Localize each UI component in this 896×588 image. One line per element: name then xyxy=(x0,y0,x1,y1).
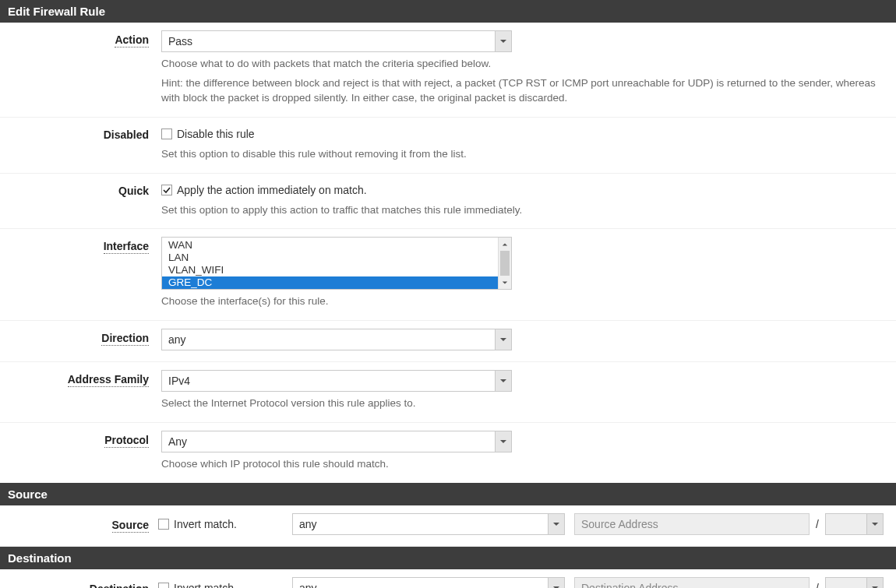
address-family-select[interactable] xyxy=(161,370,512,392)
disabled-checkbox-label: Disable this rule xyxy=(177,128,255,140)
disabled-checkbox[interactable] xyxy=(161,129,172,139)
protocol-select[interactable] xyxy=(161,431,512,452)
source-mask-select-value[interactable] xyxy=(825,513,884,535)
label-quick: Quick xyxy=(118,185,149,198)
panel-header-destination: Destination xyxy=(0,547,896,569)
source-invert-checkbox[interactable] xyxy=(158,519,169,530)
interface-help: Choose the interface(s) for this rule. xyxy=(161,294,884,309)
row-disabled: Disabled Disable this rule Set this opti… xyxy=(0,118,896,174)
panel-header-edit-rule: Edit Firewall Rule xyxy=(0,0,896,23)
quick-help: Set this option to apply this action to … xyxy=(161,203,884,218)
source-type-select[interactable] xyxy=(292,513,565,535)
destination-address-input[interactable] xyxy=(574,577,810,588)
source-mask-separator: / xyxy=(813,518,822,530)
row-interface: Interface WAN LAN VLAN_WIFI GRE_DC Choos… xyxy=(0,229,896,321)
label-direction: Direction xyxy=(101,332,149,346)
address-family-help: Select the Internet Protocol version thi… xyxy=(161,396,884,411)
label-protocol: Protocol xyxy=(104,434,149,448)
interface-multiselect[interactable]: WAN LAN VLAN_WIFI GRE_DC xyxy=(161,237,512,290)
action-select-value[interactable] xyxy=(161,30,512,52)
row-action: Action Choose what to do with packets th… xyxy=(0,23,896,118)
row-address-family: Address Family Select the Internet Proto… xyxy=(0,362,896,423)
label-interface: Interface xyxy=(104,240,149,254)
interface-option-lan[interactable]: LAN xyxy=(162,252,511,264)
label-action: Action xyxy=(115,33,149,48)
destination-invert-checkbox[interactable] xyxy=(158,583,169,588)
destination-type-select-value[interactable] xyxy=(292,577,565,588)
action-help-2: Hint: the difference between block and r… xyxy=(161,76,884,106)
label-destination: Destination xyxy=(90,583,149,588)
quick-checkbox[interactable] xyxy=(161,185,172,195)
action-help-1: Choose what to do with packets that matc… xyxy=(161,57,884,72)
destination-mask-select-value[interactable] xyxy=(825,577,884,588)
label-disabled: Disabled xyxy=(104,129,149,142)
chevron-up-icon[interactable] xyxy=(499,238,511,251)
source-mask-select[interactable] xyxy=(825,513,884,535)
direction-select-value[interactable] xyxy=(161,329,512,350)
source-invert-label: Invert match. xyxy=(174,518,237,530)
protocol-select-value[interactable] xyxy=(161,431,512,452)
source-type-select-value[interactable] xyxy=(292,513,565,535)
quick-checkbox-label: Apply the action immediately on match. xyxy=(177,184,367,196)
protocol-help: Choose which IP protocol this rule shoul… xyxy=(161,457,884,472)
destination-mask-separator: / xyxy=(813,582,822,588)
row-quick: Quick Apply the action immediately on ma… xyxy=(0,174,896,230)
direction-select[interactable] xyxy=(161,329,512,350)
destination-type-select[interactable] xyxy=(292,577,565,588)
chevron-down-icon[interactable] xyxy=(499,276,511,289)
row-protocol: Protocol Choose which IP protocol this r… xyxy=(0,423,896,483)
scrollbar-thumb[interactable] xyxy=(500,251,510,276)
action-select[interactable] xyxy=(161,30,512,52)
row-direction: Direction xyxy=(0,321,896,362)
address-family-select-value[interactable] xyxy=(161,370,512,392)
source-address-input[interactable] xyxy=(574,513,810,535)
destination-mask-select[interactable] xyxy=(825,577,884,588)
label-address-family: Address Family xyxy=(68,373,149,387)
row-source: Source Invert match. / xyxy=(0,505,896,547)
disabled-help: Set this option to disable this rule wit… xyxy=(161,147,884,162)
destination-invert-label: Invert match. xyxy=(174,582,237,588)
interface-option-vlan-wifi[interactable]: VLAN_WIFI xyxy=(162,264,511,276)
interface-scrollbar[interactable] xyxy=(498,238,511,289)
interface-option-wan[interactable]: WAN xyxy=(162,239,511,252)
label-source: Source xyxy=(112,519,149,533)
panel-header-source: Source xyxy=(0,483,896,505)
interface-option-gre-dc[interactable]: GRE_DC xyxy=(162,276,511,289)
row-destination: Destination Invert match. / xyxy=(0,569,896,588)
